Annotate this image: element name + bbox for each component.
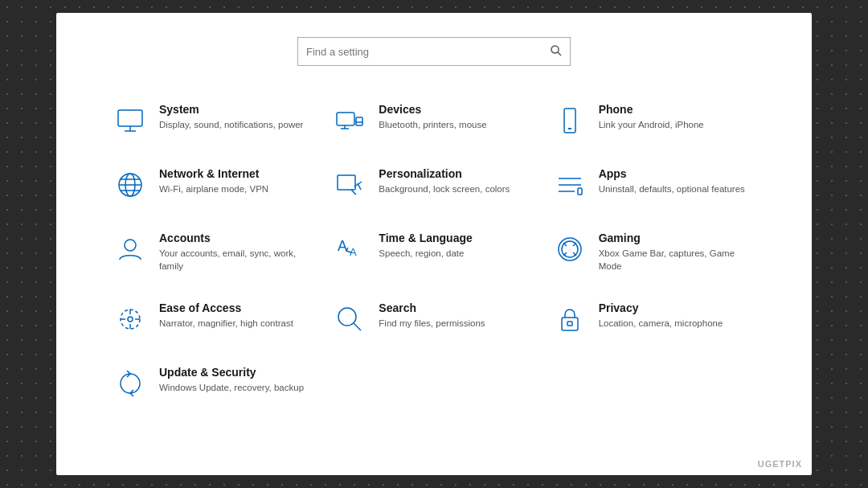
- setting-item-privacy[interactable]: Privacy Location, camera, microphone: [544, 287, 764, 351]
- phone-icon: [552, 103, 588, 138]
- ease-icon: [113, 301, 148, 337]
- setting-desc-network: Wi-Fi, airplane mode, VPN: [159, 182, 268, 195]
- setting-title-phone: Phone: [599, 103, 704, 116]
- monitor-icon: [113, 103, 148, 138]
- setting-desc-time: Speech, region, date: [379, 247, 472, 260]
- svg-rect-42: [562, 318, 578, 330]
- svg-rect-43: [567, 322, 572, 326]
- find-setting-input[interactable]: [306, 46, 551, 58]
- apps-icon: [552, 167, 588, 203]
- svg-line-18: [351, 190, 356, 195]
- setting-desc-apps: Uninstall, defaults, optional features: [599, 182, 745, 195]
- setting-item-devices[interactable]: Devices Bluetooth, printers, mouse: [324, 88, 543, 153]
- svg-rect-6: [356, 117, 362, 125]
- setting-item-time[interactable]: AA Time & Language Speech, region, date: [324, 217, 543, 287]
- setting-text-gaming: Gaming Xbox Game Bar, captures, Game Mod…: [599, 232, 747, 273]
- svg-line-41: [354, 323, 361, 330]
- setting-desc-system: Display, sound, notifications, power: [159, 118, 303, 131]
- setting-item-personalization[interactable]: Personalization Background, lock screen,…: [324, 153, 543, 217]
- setting-text-network: Network & Internet Wi-Fi, airplane mode,…: [159, 167, 268, 195]
- watermark-label: UGETPIX: [758, 459, 802, 469]
- setting-title-time: Time & Language: [379, 232, 472, 244]
- setting-title-privacy: Privacy: [599, 301, 723, 314]
- setting-title-devices: Devices: [379, 103, 486, 116]
- setting-item-gaming[interactable]: Gaming Xbox Game Bar, captures, Game Mod…: [544, 217, 764, 287]
- setting-text-ease: Ease of Access Narrator, magnifier, high…: [159, 301, 293, 330]
- setting-desc-phone: Link your Android, iPhone: [599, 118, 704, 131]
- setting-title-network: Network & Internet: [159, 167, 268, 180]
- setting-text-privacy: Privacy Location, camera, microphone: [599, 301, 723, 330]
- svg-point-0: [551, 46, 559, 53]
- setting-text-time: Time & Language Speech, region, date: [379, 232, 472, 260]
- setting-desc-personalization: Background, lock screen, colors: [379, 182, 510, 195]
- gaming-icon: [552, 232, 588, 267]
- devices-icon: [332, 103, 367, 138]
- search-icon: [332, 301, 367, 337]
- setting-text-apps: Apps Uninstall, defaults, optional featu…: [599, 167, 745, 195]
- privacy-icon: [552, 301, 588, 337]
- setting-item-search[interactable]: Search Find my files, permissions: [324, 287, 543, 351]
- svg-point-40: [338, 308, 356, 326]
- setting-desc-update: Windows Update, recovery, backup: [159, 381, 304, 394]
- setting-desc-ease: Narrator, magnifier, high contrast: [159, 317, 293, 330]
- setting-text-devices: Devices Bluetooth, printers, mouse: [379, 103, 486, 131]
- setting-desc-accounts: Your accounts, email, sync, work, family: [159, 247, 308, 273]
- search-bar[interactable]: [297, 37, 571, 66]
- svg-line-20: [358, 183, 361, 190]
- personalization-icon: [332, 167, 367, 203]
- setting-item-phone[interactable]: Phone Link your Android, iPhone: [544, 88, 764, 153]
- svg-line-1: [558, 52, 561, 55]
- setting-title-personalization: Personalization: [379, 167, 510, 180]
- setting-title-system: System: [159, 103, 303, 116]
- setting-item-ease[interactable]: Ease of Access Narrator, magnifier, high…: [104, 287, 324, 351]
- setting-title-accounts: Accounts: [159, 232, 308, 244]
- svg-rect-2: [118, 110, 142, 126]
- setting-desc-privacy: Location, camera, microphone: [599, 317, 723, 330]
- svg-rect-5: [337, 113, 354, 125]
- svg-rect-17: [338, 175, 355, 190]
- setting-text-phone: Phone Link your Android, iPhone: [599, 103, 704, 131]
- search-icon: [551, 45, 562, 59]
- globe-icon: [113, 167, 148, 203]
- settings-window: System Display, sound, notifications, po…: [56, 13, 812, 475]
- setting-item-system[interactable]: System Display, sound, notifications, po…: [104, 88, 324, 153]
- setting-desc-gaming: Xbox Game Bar, captures, Game Mode: [599, 247, 747, 273]
- setting-item-network[interactable]: Network & Internet Wi-Fi, airplane mode,…: [104, 153, 324, 217]
- setting-desc-devices: Bluetooth, printers, mouse: [379, 118, 486, 131]
- setting-item-update[interactable]: Update & Security Windows Update, recove…: [104, 351, 324, 416]
- setting-title-ease: Ease of Access: [159, 301, 293, 314]
- setting-title-apps: Apps: [599, 167, 745, 180]
- setting-text-system: System Display, sound, notifications, po…: [159, 103, 303, 131]
- search-bar-container: [104, 37, 764, 66]
- setting-text-accounts: Accounts Your accounts, email, sync, wor…: [159, 232, 308, 273]
- svg-point-39: [128, 317, 133, 322]
- setting-title-search: Search: [379, 301, 485, 314]
- svg-point-25: [125, 240, 136, 251]
- setting-title-update: Update & Security: [159, 366, 304, 379]
- accounts-icon: [113, 232, 148, 267]
- setting-text-search: Search Find my files, permissions: [379, 301, 485, 330]
- setting-item-accounts[interactable]: Accounts Your accounts, email, sync, wor…: [104, 217, 324, 287]
- update-icon: [113, 366, 148, 401]
- svg-rect-24: [578, 188, 582, 195]
- setting-title-gaming: Gaming: [599, 232, 747, 244]
- setting-item-apps[interactable]: Apps Uninstall, defaults, optional featu…: [544, 153, 764, 217]
- setting-desc-search: Find my files, permissions: [379, 317, 485, 330]
- settings-grid: System Display, sound, notifications, po…: [104, 88, 764, 416]
- svg-text:A: A: [338, 238, 347, 254]
- time-icon: AA: [332, 232, 367, 267]
- setting-text-update: Update & Security Windows Update, recove…: [159, 366, 304, 394]
- setting-text-personalization: Personalization Background, lock screen,…: [379, 167, 510, 195]
